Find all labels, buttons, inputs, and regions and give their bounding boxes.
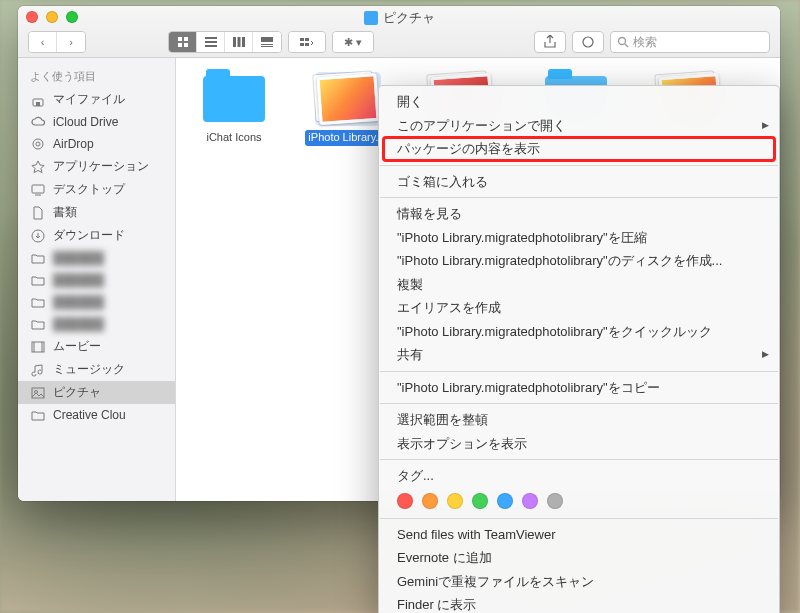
context-menu-item[interactable]: "iPhoto Library.migratedphotolibrary"のディ… [379,249,779,273]
titlebar: ピクチャ ‹ › [18,6,780,58]
svg-rect-30 [32,388,44,398]
context-menu-item[interactable]: 開く [379,90,779,114]
sidebar-item-label: 書類 [53,204,77,221]
view-mode-group [168,31,282,53]
sidebar-item-14[interactable]: Creative Clou [18,404,175,426]
minimize-button[interactable] [46,11,58,23]
cloud-icon [30,114,46,130]
svg-rect-5 [205,41,217,43]
sidebar-item-11[interactable]: ムービー [18,335,175,358]
icon-view-button[interactable] [169,32,197,52]
svg-rect-12 [261,46,273,47]
svg-rect-6 [205,45,217,47]
context-menu-item[interactable]: Send files with TeamViewer [379,523,779,547]
context-menu-item[interactable]: このアプリケーションで開く [379,114,779,138]
context-menu-item[interactable]: "iPhoto Library.migratedphotolibrary"をコピ… [379,376,779,400]
tag-color-dot[interactable] [522,493,538,509]
sidebar-item-label: ██████ [53,273,104,287]
context-menu-separator [380,371,778,372]
sidebar-item-label: デスクトップ [53,181,125,198]
forward-button[interactable]: › [57,32,85,52]
sidebar-item-5[interactable]: 書類 [18,201,175,224]
nav-buttons: ‹ › [28,31,86,53]
sidebar-item-label: ダウンロード [53,227,125,244]
sidebar-item-8[interactable]: ██████ [18,269,175,291]
context-menu-item[interactable]: "iPhoto Library.migratedphotolibrary"を圧縮 [379,226,779,250]
pictures-icon [30,385,46,401]
tag-color-dot[interactable] [397,493,413,509]
svg-rect-0 [178,37,182,41]
context-menu-item[interactable]: 選択範囲を整頓 [379,408,779,432]
svg-line-19 [625,44,628,47]
context-menu-item[interactable]: Evernote に追加 [379,546,779,570]
svg-rect-1 [184,37,188,41]
svg-rect-4 [205,37,217,39]
sidebar-item-1[interactable]: iCloud Drive [18,111,175,133]
file-icon [315,72,381,126]
sidebar-item-label: ミュージック [53,361,125,378]
file-icon [201,72,267,126]
context-menu-show-package-contents[interactable]: パッケージの内容を表示 [382,136,776,162]
sidebar-item-3[interactable]: アプリケーション [18,155,175,178]
sidebar-item-7[interactable]: ██████ [18,247,175,269]
svg-rect-8 [237,37,240,47]
context-menu-tag-colors [379,488,779,514]
arrange-dropdown[interactable] [288,31,326,53]
folder-icon [30,407,46,423]
sidebar-item-10[interactable]: ██████ [18,313,175,335]
svg-rect-11 [261,44,273,45]
svg-rect-9 [242,37,245,47]
context-menu-item[interactable]: エイリアスを作成 [379,296,779,320]
context-menu-item[interactable]: "iPhoto Library.migratedphotolibrary"をクイ… [379,320,779,344]
toolbar: ‹ › [18,28,780,57]
sidebar-item-label: iCloud Drive [53,115,118,129]
tag-color-dot[interactable] [447,493,463,509]
context-menu-item[interactable]: ゴミ箱に入れる [379,170,779,194]
sidebar-item-4[interactable]: デスクトップ [18,178,175,201]
svg-point-22 [33,139,43,149]
sidebar-item-0[interactable]: マイファイル [18,88,175,111]
list-view-button[interactable] [197,32,225,52]
tags-button[interactable] [572,31,604,53]
column-view-button[interactable] [225,32,253,52]
zoom-button[interactable] [66,11,78,23]
action-dropdown[interactable]: ✱ ▾ [332,31,374,53]
context-menu-item[interactable]: 情報を見る [379,202,779,226]
close-button[interactable] [26,11,38,23]
context-menu-separator [380,403,778,404]
docs-icon [30,205,46,221]
sidebar-item-2[interactable]: AirDrop [18,133,175,155]
back-button[interactable]: ‹ [29,32,57,52]
coverflow-view-button[interactable] [253,32,281,52]
context-menu-tags-label[interactable]: タグ... [379,464,779,488]
svg-rect-3 [184,43,188,47]
context-menu-separator [380,197,778,198]
context-menu-item[interactable]: 共有 [379,343,779,367]
airdrop-icon [30,136,46,152]
context-menu-separator [380,459,778,460]
file-item-0[interactable]: iChat Icons [186,72,282,146]
share-button[interactable] [534,31,566,53]
svg-point-23 [36,142,40,146]
sidebar-item-label: ██████ [53,295,104,309]
svg-rect-13 [300,38,304,41]
context-menu-item[interactable]: 複製 [379,273,779,297]
context-menu-separator [380,518,778,519]
svg-rect-24 [32,185,44,193]
sidebar-item-13[interactable]: ピクチャ [18,381,175,404]
context-menu-item[interactable]: Geminiで重複ファイルをスキャン [379,570,779,594]
sidebar: よく使う項目 マイファイルiCloud DriveAirDropアプリケーション… [18,58,176,501]
sidebar-item-9[interactable]: ██████ [18,291,175,313]
sidebar-item-6[interactable]: ダウンロード [18,224,175,247]
context-menu-item[interactable]: Finder に表示 [379,593,779,613]
tag-color-dot[interactable] [422,493,438,509]
tag-color-dot[interactable] [547,493,563,509]
folder-icon [30,250,46,266]
svg-point-17 [583,37,593,47]
search-field[interactable]: 検索 [610,31,770,53]
svg-rect-15 [300,43,304,46]
tag-color-dot[interactable] [472,493,488,509]
tag-color-dot[interactable] [497,493,513,509]
context-menu-item[interactable]: 表示オプションを表示 [379,432,779,456]
sidebar-item-12[interactable]: ミュージック [18,358,175,381]
